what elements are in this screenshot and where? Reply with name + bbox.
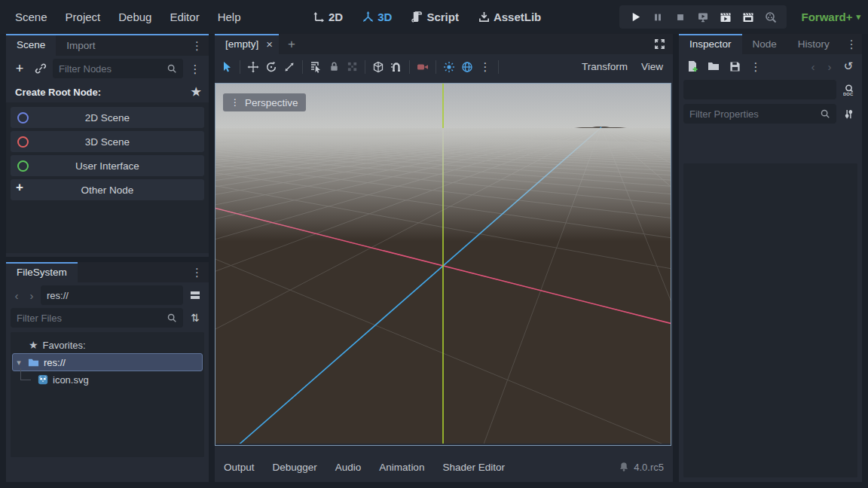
move-tool-button[interactable] bbox=[244, 58, 262, 76]
filter-nodes-input[interactable]: Filter Nodes bbox=[53, 59, 183, 78]
chevron-down-icon[interactable]: ▾ bbox=[14, 358, 23, 368]
list-select-tool-button[interactable] bbox=[307, 58, 325, 76]
edit-next-icon[interactable]: › bbox=[823, 60, 836, 73]
filter-properties-input[interactable]: Filter Properties bbox=[683, 104, 836, 124]
menu-project[interactable]: Project bbox=[57, 6, 110, 28]
play-button[interactable] bbox=[624, 7, 646, 27]
menu-editor[interactable]: Editor bbox=[160, 6, 208, 28]
open-docs-search-icon[interactable]: DOC bbox=[839, 81, 857, 99]
control-node-icon bbox=[17, 160, 29, 172]
load-resource-folder-icon[interactable] bbox=[704, 57, 723, 75]
switch-2d-button[interactable]: 2D bbox=[307, 7, 349, 27]
save-resource-icon[interactable] bbox=[726, 57, 744, 75]
object-history-icon[interactable]: ↺ bbox=[839, 57, 857, 75]
sort-files-icon[interactable]: ⇅ bbox=[186, 309, 204, 327]
create-user-interface-button[interactable]: User Interface bbox=[11, 155, 204, 176]
bottom-tab-output[interactable]: Output bbox=[215, 462, 264, 473]
notification-bell-icon[interactable] bbox=[619, 462, 629, 472]
favorites-label: Favorites: bbox=[43, 340, 86, 351]
stop-button[interactable] bbox=[669, 7, 692, 27]
nav-back-icon[interactable]: ‹ bbox=[11, 289, 23, 302]
new-resource-icon[interactable] bbox=[683, 57, 701, 75]
create-other-node-button[interactable]: + Other Node bbox=[11, 179, 204, 200]
perspective-label: Perspective bbox=[245, 97, 298, 108]
node2d-icon bbox=[17, 112, 29, 124]
create-3d-scene-button[interactable]: 3D Scene bbox=[11, 131, 204, 152]
folder-icon bbox=[28, 357, 39, 368]
current-path-field[interactable]: res:// bbox=[41, 285, 183, 305]
version-info[interactable]: 4.0.rc5 bbox=[619, 462, 673, 473]
property-tools-icon[interactable] bbox=[839, 105, 857, 123]
tab-filesystem[interactable]: FileSystem bbox=[6, 262, 78, 282]
menu-scene[interactable]: Scene bbox=[6, 6, 57, 28]
nav-forward-icon[interactable]: › bbox=[26, 289, 38, 302]
scene-tree-menu-icon[interactable]: ⋮ bbox=[186, 59, 204, 78]
switch-script-button[interactable]: Script bbox=[405, 7, 465, 27]
view-options-menu-icon[interactable]: ⋮ bbox=[476, 58, 494, 76]
scale-tool-button[interactable] bbox=[280, 58, 298, 76]
bottom-tab-shader-editor[interactable]: Shader Editor bbox=[433, 462, 514, 473]
scene-dock-tabbar: Scene Import ⋮ bbox=[6, 34, 209, 56]
group-selected-button[interactable] bbox=[343, 58, 361, 76]
sun-light-icon[interactable] bbox=[440, 58, 458, 76]
edit-prev-icon[interactable]: ‹ bbox=[806, 60, 820, 73]
3d-viewport[interactable]: ⋮ Perspective bbox=[215, 83, 671, 446]
tab-node[interactable]: Node bbox=[742, 34, 787, 54]
inspector-tabbar: Inspector Node History ⋮ bbox=[679, 34, 862, 54]
resource-name-field[interactable] bbox=[683, 80, 836, 99]
tab-scene[interactable]: Scene bbox=[6, 34, 56, 56]
switch-3d-button[interactable]: 3D bbox=[356, 7, 398, 27]
play-scene-button[interactable] bbox=[714, 7, 737, 27]
chevron-down-icon: ▾ bbox=[856, 12, 860, 22]
favorites-row[interactable]: ★ Favorites: bbox=[11, 337, 204, 353]
filesystem-filter-row: Filter Files ⇅ bbox=[6, 308, 209, 331]
switch-2d-label: 2D bbox=[329, 11, 343, 23]
view-menu[interactable]: View bbox=[634, 61, 670, 72]
add-node-button[interactable]: + bbox=[11, 59, 29, 78]
rotate-tool-button[interactable] bbox=[262, 58, 280, 76]
menu-debug[interactable]: Debug bbox=[109, 6, 160, 28]
bottom-tab-debugger[interactable]: Debugger bbox=[264, 462, 326, 473]
star-icon: ★ bbox=[29, 339, 38, 351]
renderer-label: Forward+ bbox=[802, 11, 853, 23]
inspector-menu-icon[interactable]: ⋮ bbox=[840, 34, 863, 54]
filesystem-menu-icon[interactable]: ⋮ bbox=[185, 262, 209, 282]
renderer-dropdown[interactable]: Forward+ ▾ bbox=[802, 0, 860, 34]
close-icon[interactable]: × bbox=[266, 38, 273, 50]
tab-inspector[interactable]: Inspector bbox=[679, 34, 742, 54]
scene-tab-empty[interactable]: [empty] × bbox=[215, 34, 279, 54]
main-menus: Scene Project Debug Editor Help bbox=[0, 6, 249, 28]
camera-preview-icon[interactable] bbox=[414, 58, 432, 76]
create-2d-scene-button[interactable]: 2D Scene bbox=[11, 107, 204, 128]
tree-row-res[interactable]: ▾ res:// bbox=[12, 353, 203, 371]
play-custom-scene-button[interactable] bbox=[737, 7, 760, 27]
scene-dock-menu-icon[interactable]: ⋮ bbox=[185, 35, 209, 56]
mesh-instance-icon[interactable] bbox=[369, 58, 387, 76]
bottom-tab-animation[interactable]: Animation bbox=[370, 462, 433, 473]
resource-menu-icon[interactable]: ⋮ bbox=[747, 57, 765, 75]
create-root-node-row: Create Root Node: ★ bbox=[6, 81, 209, 102]
editor-context-switcher: 2D 3D Script AssetLib bbox=[307, 0, 547, 34]
transform-menu[interactable]: Transform bbox=[575, 61, 634, 72]
pause-button[interactable] bbox=[646, 7, 669, 27]
instance-scene-link-icon[interactable] bbox=[32, 59, 50, 78]
new-scene-tab-button[interactable]: + bbox=[279, 34, 304, 54]
tab-import[interactable]: Import bbox=[56, 35, 105, 56]
lock-selected-button[interactable] bbox=[325, 58, 343, 76]
movie-maker-icon[interactable] bbox=[760, 7, 782, 27]
remote-debug-icon[interactable] bbox=[692, 7, 714, 27]
tab-history[interactable]: History bbox=[787, 34, 840, 54]
tree-row-icon-svg[interactable]: icon.svg bbox=[11, 371, 204, 388]
expand-viewport-icon[interactable] bbox=[646, 34, 673, 54]
favorites-star-icon[interactable]: ★ bbox=[191, 85, 201, 99]
filesystem-tabbar: FileSystem ⋮ bbox=[6, 262, 209, 282]
perspective-dropdown[interactable]: ⋮ Perspective bbox=[223, 93, 306, 111]
split-view-toggle-icon[interactable] bbox=[186, 286, 204, 304]
menu-help[interactable]: Help bbox=[209, 6, 250, 28]
snap-toggle-icon[interactable] bbox=[387, 58, 405, 76]
select-tool-button[interactable] bbox=[218, 58, 236, 76]
bottom-tab-audio[interactable]: Audio bbox=[326, 462, 371, 473]
switch-assetlib-button[interactable]: AssetLib bbox=[472, 7, 547, 27]
filter-files-input[interactable]: Filter Files bbox=[11, 308, 183, 328]
environment-icon[interactable] bbox=[458, 58, 476, 76]
